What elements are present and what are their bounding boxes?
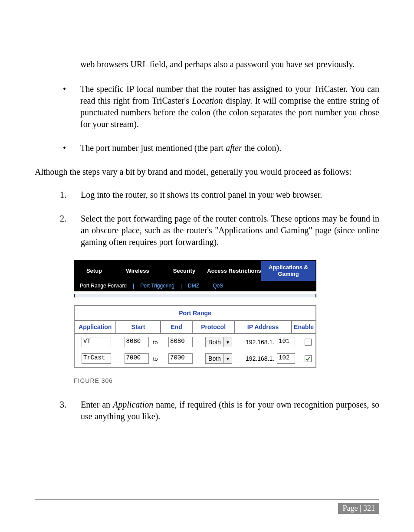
ip-last-octet-input[interactable]: 102 [277, 353, 295, 364]
protocol-value: Both [206, 339, 223, 346]
col-header-enable: Enable [292, 321, 315, 333]
table-row: VT 8080to 8080 Both ▼ 192.168.1.101 [75, 334, 315, 350]
protocol-value: Both [206, 355, 223, 362]
figure-caption: FIGURE 306 [74, 377, 379, 384]
ip-prefix: 192.168.1. [246, 339, 274, 346]
port-range-table: Port Range Application Start End Protoco… [74, 305, 316, 368]
step-item-3: Enter an Application name, if required (… [60, 399, 379, 422]
col-header-start: Start [116, 321, 161, 333]
col-header-protocol: Protocol [193, 321, 234, 333]
step3-pre: Enter an [81, 400, 113, 409]
col-header-application: Application [75, 321, 116, 333]
nav-tab-applications[interactable]: Applications & Gaming [261, 261, 315, 281]
step3-em: Application [113, 400, 153, 409]
chevron-down-icon: ▼ [223, 337, 232, 347]
bullet-text-em: after [226, 143, 242, 153]
table-row: TrCast 7000to 7000 Both ▼ 192.168.1.102 [75, 350, 315, 367]
protocol-select[interactable]: Both ▼ [205, 337, 232, 347]
enable-checkbox[interactable] [305, 339, 312, 346]
protocol-select[interactable]: Both ▼ [205, 353, 232, 364]
continuation-paragraph: web browsers URL field, and perhaps also… [80, 59, 379, 70]
subnav-dmz[interactable]: DMZ [183, 281, 204, 291]
end-port-input[interactable]: 7000 [168, 353, 193, 364]
bridge-paragraph: Although the steps vary a bit by brand a… [35, 166, 379, 178]
subnav-port-triggering[interactable]: Port Triggering [135, 281, 180, 291]
subnav-qos[interactable]: QoS [207, 281, 228, 291]
nav-tab-wireless[interactable]: Wireless [114, 261, 161, 281]
subnav-separator: | [180, 281, 183, 291]
application-input[interactable]: TrCast [82, 353, 111, 364]
enable-checkbox[interactable] [305, 355, 312, 362]
to-label: to [153, 339, 158, 346]
ip-prefix: 192.168.1. [246, 355, 274, 362]
nav-tab-setup[interactable]: Setup [75, 261, 114, 281]
router-nav-screenshot: Setup Wireless Security Access Restricti… [74, 260, 316, 291]
subnav-separator: | [204, 281, 207, 291]
nav-tab-access[interactable]: Access Restrictions [207, 261, 261, 281]
step-item-1: Log into the router, so it shows its con… [60, 189, 379, 201]
bullet-item: The port number just mentioned (the part… [63, 142, 379, 154]
to-label: to [153, 356, 158, 362]
bullet-text-post: the colon). [242, 143, 282, 153]
nav-tab-security[interactable]: Security [161, 261, 207, 281]
start-port-input[interactable]: 7000 [125, 353, 149, 364]
col-header-end: End [161, 321, 193, 333]
chevron-down-icon: ▼ [223, 354, 232, 363]
col-header-ip: IP Address [235, 321, 292, 333]
application-input[interactable]: VT [82, 337, 111, 347]
footer-label: Page | [342, 504, 363, 512]
end-port-input[interactable]: 8080 [168, 337, 193, 347]
step-item-2: Select the port forwarding page of the r… [60, 213, 379, 248]
bullet-item: The specific IP local number that the ro… [63, 83, 379, 130]
subnav-separator: | [132, 281, 135, 291]
port-range-title: Port Range [75, 306, 315, 321]
subnav-port-range-forward[interactable]: Port Range Forward [75, 281, 132, 291]
bullet-text-em: Location [192, 96, 223, 105]
page-number: 321 [363, 504, 375, 512]
bullet-text-pre: The port number just mentioned (the part [80, 143, 226, 153]
start-port-input[interactable]: 8080 [125, 337, 149, 347]
ip-last-octet-input[interactable]: 101 [277, 337, 295, 347]
page-footer: Page | 321 [35, 499, 379, 514]
